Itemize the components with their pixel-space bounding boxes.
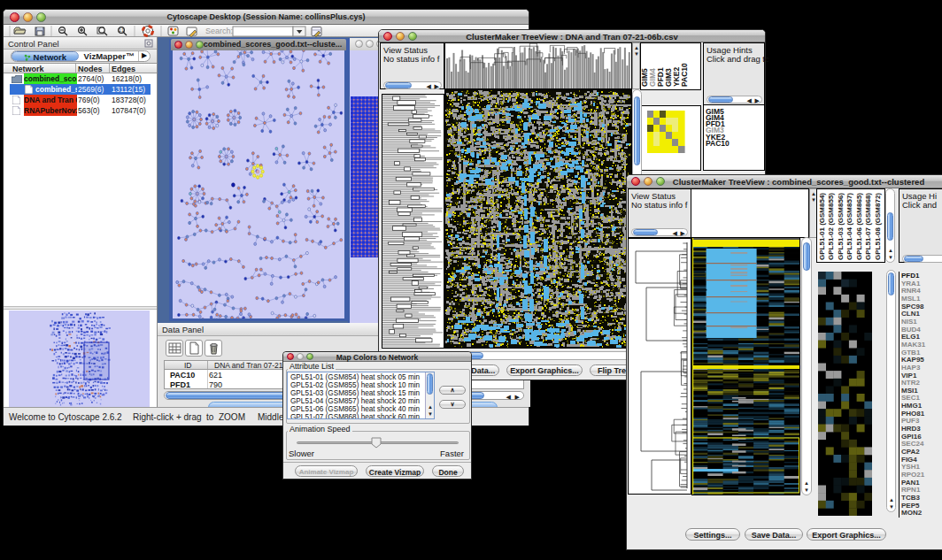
svg-text:1:1: 1:1 (119, 28, 125, 33)
svg-text:Search:: Search: (205, 27, 233, 35)
